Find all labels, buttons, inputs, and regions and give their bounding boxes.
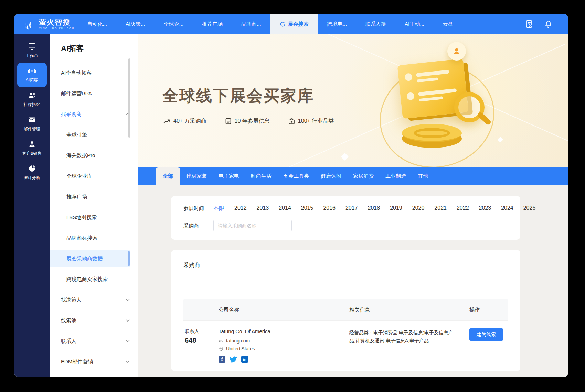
tab-building-materials[interactable]: 建材家装 [180,167,213,185]
nav-item-brand[interactable]: 品牌商... [232,14,270,34]
hero-banner: 全球线下展会买家库 40+ 万采购商 10 [138,34,568,167]
tab-health-leisure[interactable]: 健康休闲 [315,167,347,185]
company-website[interactable]: tatung.com [219,338,346,344]
logo-subtitle: YING HUO ZHI SOU [39,27,74,29]
year-option-2020[interactable]: 2020 [412,205,425,212]
year-option-unlimited[interactable]: 不限 [213,205,224,212]
sidebar-group-find-decision-makers[interactable]: 找决策人 [61,290,130,310]
nav-item-automation[interactable]: 自动化... [78,14,116,34]
sidebar-item-brand-trademark[interactable]: 品牌商标搜索 [61,228,138,248]
contact-count: 648 [183,337,209,345]
sidebar-item-customs-data[interactable]: 海关数据Pro [61,145,138,166]
buyer-search-input[interactable] [213,220,292,231]
nav-item-cloud-disk[interactable]: 云盘 [434,14,462,34]
year-option-2019[interactable]: 2019 [390,205,402,212]
year-option-2012[interactable]: 2012 [234,205,247,212]
chevron-down-icon [126,298,130,301]
nav-item-ai-decision[interactable]: AI决策... [116,14,155,34]
facebook-icon[interactable]: f [219,356,225,363]
people-icon [28,91,36,99]
sidebar-item-ai-auto[interactable]: AI全自动拓客 [61,63,138,83]
main-content: 全球线下展会买家库 40+ 万采购商 10 [138,34,568,377]
briefcase-icon [288,118,295,124]
rail-item-customer-sales[interactable]: 客户&销售 [17,136,47,160]
nav-item-ai-active[interactable]: AI主动... [395,14,434,34]
year-option-2014[interactable]: 2014 [279,205,291,212]
year-option-2016[interactable]: 2016 [323,205,336,212]
rail-item-ai-prospecting[interactable]: AI拓客 [17,63,47,87]
location-pin-icon [219,346,224,351]
primary-sidebar: 工作台 AI拓客 社媒拓客 [14,34,50,377]
company-name[interactable]: Tatung Co. Of America [219,328,346,334]
chevron-down-icon [126,360,130,363]
tab-industrial[interactable]: 工业制造 [380,167,412,185]
nav-right-icons [525,14,568,34]
bell-icon[interactable] [544,20,553,29]
category-tab-bar: 全部 建材家装 电子家电 时尚生活 五金工具类 健康休闲 家居消费 工业制造 其… [138,167,568,185]
stat-years: 10 年参展信息 [225,118,270,125]
rail-item-workbench[interactable]: 工作台 [17,39,47,63]
create-lead-button[interactable]: 建为线索 [469,328,503,341]
sidebar-group-find-buyers[interactable]: 找采购商 [61,104,130,124]
mail-icon [28,116,36,124]
twitter-icon[interactable] [230,356,237,363]
year-option-2025[interactable]: 2025 [523,205,536,212]
tab-fashion-life[interactable]: 时尚生活 [245,167,277,185]
workbench-monitor-icon [28,42,36,51]
year-option-2015[interactable]: 2015 [301,205,313,212]
tab-hardware-tools[interactable]: 五金工具类 [277,167,315,185]
linkedin-icon[interactable]: in [241,356,248,363]
table-row: 联系人 648 Tatung Co. Of America tatung.com [183,320,508,363]
filter-buyer-label: 采购商 [183,222,213,229]
rail-item-mail-management[interactable]: 邮件管理 [17,112,47,136]
chevron-down-icon [126,340,130,342]
logo[interactable]: 萤火智搜 YING HUO ZHI SOU [14,14,78,34]
tab-all[interactable]: 全部 [156,167,180,185]
nav-item-contacts-book[interactable]: 联系人簿 [356,14,395,34]
sidebar-scrollbar[interactable] [128,58,130,138]
sidebar-item-recommend-plaza[interactable]: 推荐广场 [61,186,138,207]
year-option-2024[interactable]: 2024 [501,205,513,212]
nav-item-global-ent[interactable]: 全球企... [155,14,193,34]
pie-chart-icon [28,164,36,173]
year-option-2023[interactable]: 2023 [479,205,491,212]
firefly-logo-icon [22,17,36,31]
sidebar-item-exhibition-buyer-data[interactable]: 展会采购商数据 [50,250,130,267]
task-report-icon[interactable] [525,20,534,29]
business-categories: 经营品类：电子消费品;电子及信息;电子及信息产品;计算机及通讯;电子信息A;电子… [349,328,465,345]
column-related-info: 相关信息 [346,307,465,313]
year-option-2013[interactable]: 2013 [257,205,269,212]
sidebar-item-lbs-map[interactable]: LBS地图搜索 [61,207,138,228]
tab-electronics[interactable]: 电子家电 [213,167,245,185]
filter-panel: 参展时间 不限 2012 2013 2014 2015 2016 2017 20… [171,196,520,240]
sidebar-item-email-rpa[interactable]: 邮件运营RPA [61,83,138,104]
customer-icon [28,140,36,148]
hero-coin-illustration [402,124,462,148]
rail-item-social-media[interactable]: 社媒拓客 [17,87,47,111]
sidebar-item-global-company-db[interactable]: 全球企业库 [61,166,138,186]
trend-up-icon [163,118,170,124]
column-company-name: 公司名称 [209,307,346,313]
year-option-2017[interactable]: 2017 [345,205,358,212]
nav-item-recommend-plaza[interactable]: 推荐广场 [193,14,232,34]
sidebar-group-edm-marketing[interactable]: EDM邮件营销 [61,351,130,372]
sidebar-group-lead-pool[interactable]: 线索池 [61,310,130,331]
sidebar-group-contacts[interactable]: 联系人 [61,331,130,351]
buyers-panel: 采购商 公司名称 相关信息 操作 联系人 648 Tatung Co. O [171,250,520,371]
year-option-2018[interactable]: 2018 [368,205,380,212]
avatar-badge [447,42,466,61]
year-option-2021[interactable]: 2021 [434,205,447,212]
rail-item-statistics[interactable]: 统计分析 [17,161,47,185]
tab-home-consumption[interactable]: 家居消费 [347,167,380,185]
app-window: 萤火智搜 YING HUO ZHI SOU 自动化... AI决策... 全球企… [14,14,568,377]
magnifier-icon [454,92,485,122]
sidebar-item-crossborder-sellers[interactable]: 跨境电商卖家搜索 [61,269,138,290]
sidebar-item-global-engine[interactable]: 全球引擎 [61,124,138,145]
company-country: United States [219,346,346,351]
nav-item-cross-border[interactable]: 跨境电... [318,14,357,34]
year-option-2022[interactable]: 2022 [457,205,469,212]
stat-categories: 100+ 行业品类 [288,118,334,125]
tab-others[interactable]: 其他 [412,167,434,185]
nav-item-exhibition-search[interactable]: 展会搜索 [270,14,318,34]
section-title: 采购商 [183,262,508,269]
